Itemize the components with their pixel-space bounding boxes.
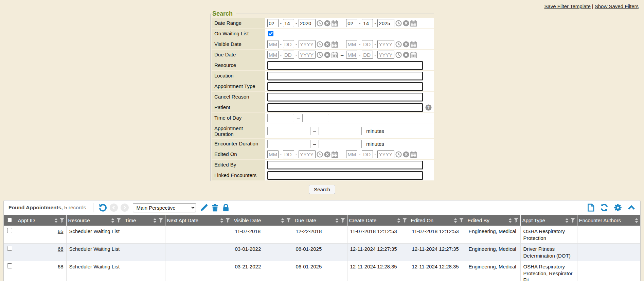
appt-id-link[interactable]: 65: [58, 228, 64, 234]
clear-icon[interactable]: [403, 41, 409, 48]
filter-icon[interactable]: [571, 218, 575, 223]
visible-date-to-dd[interactable]: [362, 40, 373, 48]
filter-icon[interactable]: [117, 218, 121, 223]
calendar-icon[interactable]: [332, 20, 338, 27]
clock-icon[interactable]: [317, 52, 323, 58]
due-date-to-mm[interactable]: [346, 51, 357, 59]
cancel-reason-input[interactable]: [267, 93, 423, 101]
sort-icon[interactable]: [635, 218, 639, 223]
edited-on-from-mm[interactable]: [267, 150, 279, 158]
filter-icon[interactable]: [60, 218, 65, 223]
sort-icon[interactable]: [54, 218, 58, 223]
visible-date-from-mm[interactable]: [267, 40, 279, 48]
clear-icon[interactable]: [403, 151, 409, 158]
sort-icon[interactable]: [508, 218, 512, 223]
date-range-from-mm[interactable]: [267, 19, 279, 27]
clear-icon[interactable]: [403, 52, 409, 58]
show-saved-filters-link[interactable]: Show Saved Filters: [595, 3, 639, 9]
refresh-icon[interactable]: [600, 204, 608, 212]
gear-icon[interactable]: [614, 204, 622, 212]
filter-icon[interactable]: [226, 218, 230, 223]
filter-icon[interactable]: [286, 218, 291, 223]
visible-date-from-yyyy[interactable]: [299, 40, 316, 48]
patient-input[interactable]: [267, 103, 423, 112]
save-filter-template-link[interactable]: Save Filter Template: [544, 3, 590, 9]
edited-by-input[interactable]: [267, 161, 423, 169]
encounter-duration-min-input[interactable]: [267, 140, 310, 148]
clock-icon[interactable]: [317, 41, 323, 48]
row-checkbox[interactable]: [7, 228, 12, 233]
due-date-from-yyyy[interactable]: [299, 51, 316, 59]
clock-icon[interactable]: [395, 20, 402, 27]
calendar-icon[interactable]: [410, 20, 417, 27]
pencil-icon[interactable]: [200, 204, 208, 212]
chevron-right-icon[interactable]: [121, 204, 129, 212]
date-range-from-yyyy[interactable]: [299, 19, 316, 27]
linked-encounters-input[interactable]: [267, 171, 423, 180]
search-button[interactable]: Search: [309, 185, 335, 194]
clear-icon[interactable]: [324, 151, 330, 158]
filter-icon[interactable]: [402, 218, 407, 223]
clock-icon[interactable]: [395, 52, 402, 58]
sort-icon[interactable]: [153, 218, 157, 223]
due-date-to-yyyy[interactable]: [377, 51, 394, 59]
appointment-type-input[interactable]: [267, 82, 423, 91]
filter-icon[interactable]: [159, 218, 163, 223]
document-icon[interactable]: [587, 204, 595, 212]
chevron-up-icon[interactable]: [627, 204, 636, 212]
date-range-to-yyyy[interactable]: [377, 19, 394, 27]
appointment-duration-min-input[interactable]: [267, 127, 310, 135]
clock-icon[interactable]: [317, 151, 323, 158]
help-icon[interactable]: ?: [425, 104, 432, 111]
visible-date-to-mm[interactable]: [346, 40, 357, 48]
row-checkbox[interactable]: [7, 263, 12, 268]
due-date-from-mm[interactable]: [267, 51, 279, 59]
sort-icon[interactable]: [454, 218, 458, 223]
edited-on-to-dd[interactable]: [362, 150, 373, 158]
clear-icon[interactable]: [324, 41, 330, 48]
edited-on-to-mm[interactable]: [346, 150, 357, 158]
visible-date-to-yyyy[interactable]: [377, 40, 394, 48]
lock-icon[interactable]: [222, 204, 230, 212]
date-range-from-dd[interactable]: [283, 19, 294, 27]
date-range-to-dd[interactable]: [362, 19, 373, 27]
undo-icon[interactable]: [99, 204, 107, 212]
appointment-duration-max-input[interactable]: [319, 127, 362, 135]
resource-input[interactable]: [267, 61, 423, 70]
calendar-icon[interactable]: [410, 41, 417, 48]
sort-icon[interactable]: [111, 218, 115, 223]
due-date-to-dd[interactable]: [362, 51, 373, 59]
edited-on-to-yyyy[interactable]: [377, 150, 394, 158]
calendar-icon[interactable]: [332, 151, 338, 158]
sort-icon[interactable]: [335, 218, 339, 223]
calendar-icon[interactable]: [332, 52, 338, 58]
location-input[interactable]: [267, 72, 423, 80]
clear-icon[interactable]: [324, 52, 330, 58]
appt-id-link[interactable]: 66: [58, 246, 64, 252]
trash-icon[interactable]: [211, 204, 219, 212]
sort-icon[interactable]: [220, 218, 224, 223]
clock-icon[interactable]: [395, 41, 402, 48]
filter-icon[interactable]: [514, 218, 519, 223]
row-checkbox[interactable]: [7, 246, 12, 251]
sort-icon[interactable]: [565, 218, 569, 223]
clock-icon[interactable]: [317, 20, 323, 27]
clock-icon[interactable]: [395, 151, 402, 158]
clear-icon[interactable]: [324, 20, 330, 27]
filter-icon[interactable]: [341, 218, 345, 223]
on-waiting-list-checkbox[interactable]: [268, 31, 273, 36]
edited-on-from-dd[interactable]: [283, 150, 294, 158]
due-date-from-dd[interactable]: [283, 51, 294, 59]
calendar-icon[interactable]: [332, 41, 338, 48]
time-of-day-to-input[interactable]: [302, 114, 329, 122]
select-all-checkbox[interactable]: [7, 218, 12, 222]
sort-icon[interactable]: [281, 218, 285, 223]
filter-icon[interactable]: [459, 218, 464, 223]
date-range-to-mm[interactable]: [346, 19, 357, 27]
encounter-duration-max-input[interactable]: [319, 140, 362, 148]
perspective-select[interactable]: Main Perspective: [133, 203, 196, 212]
appt-id-link[interactable]: 68: [58, 264, 64, 269]
time-of-day-from-input[interactable]: [267, 114, 294, 122]
chevron-left-icon[interactable]: [110, 204, 118, 212]
clear-icon[interactable]: [403, 20, 409, 27]
